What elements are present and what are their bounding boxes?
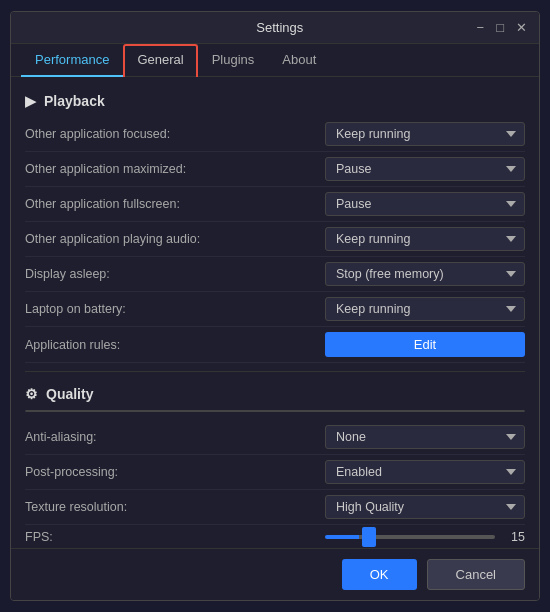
label-texture-resolution: Texture resolution: [25, 500, 325, 514]
dropdown-display-asleep[interactable]: Keep running Pause Stop (free memory) [325, 262, 525, 286]
quality-title: Quality [46, 386, 93, 402]
dropdown-other-app-maximized[interactable]: Keep running Pause Stop (free memory) [325, 157, 525, 181]
dropdown-anti-aliasing[interactable]: None FXAA MSAA [325, 425, 525, 449]
window-title: Settings [83, 20, 477, 35]
control-application-rules: Edit [325, 332, 525, 357]
playback-section-header: ▶ Playback [25, 93, 525, 109]
playback-icon: ▶ [25, 93, 36, 109]
dropdown-other-app-fullscreen[interactable]: Keep running Pause Stop (free memory) [325, 192, 525, 216]
quality-tab-bar: Low Medium High Ultra [25, 410, 525, 412]
control-anti-aliasing: None FXAA MSAA [325, 425, 525, 449]
minimize-button[interactable]: − [477, 20, 485, 35]
row-texture-resolution: Texture resolution: Low Medium High Qual… [25, 490, 525, 525]
fps-value: 15 [505, 530, 525, 544]
quality-tab-high[interactable]: High [275, 411, 400, 412]
row-post-processing: Post-processing: Enabled Disabled [25, 455, 525, 490]
playback-title: Playback [44, 93, 105, 109]
tab-plugins[interactable]: Plugins [198, 44, 269, 77]
label-other-app-maximized: Other application maximized: [25, 162, 325, 176]
section-divider [25, 371, 525, 372]
maximize-button[interactable]: □ [496, 20, 504, 35]
close-button[interactable]: ✕ [516, 20, 527, 35]
dialog-footer: OK Cancel [11, 548, 539, 600]
row-application-rules: Application rules: Edit [25, 327, 525, 363]
row-laptop-battery: Laptop on battery: Keep running Pause St… [25, 292, 525, 327]
row-fps: FPS: 15 [25, 525, 525, 548]
dropdown-other-app-audio[interactable]: Keep running Pause Stop (free memory) [325, 227, 525, 251]
row-anti-aliasing: Anti-aliasing: None FXAA MSAA [25, 420, 525, 455]
titlebar: Settings − □ ✕ [11, 12, 539, 44]
label-other-app-focused: Other application focused: [25, 127, 325, 141]
row-other-app-maximized: Other application maximized: Keep runnin… [25, 152, 525, 187]
settings-window: Settings − □ ✕ Performance General Plugi… [10, 11, 540, 601]
row-other-app-audio: Other application playing audio: Keep ru… [25, 222, 525, 257]
label-display-asleep: Display asleep: [25, 267, 325, 281]
window-controls: − □ ✕ [477, 20, 527, 35]
control-laptop-battery: Keep running Pause Stop (free memory) [325, 297, 525, 321]
control-other-app-focused: Keep running Pause Stop (free memory) [325, 122, 525, 146]
edit-button[interactable]: Edit [325, 332, 525, 357]
content-area: ▶ Playback Other application focused: Ke… [11, 77, 539, 548]
tab-bar: Performance General Plugins About [11, 44, 539, 77]
control-texture-resolution: Low Medium High Quality Ultra [325, 495, 525, 519]
control-post-processing: Enabled Disabled [325, 460, 525, 484]
quality-tab-medium[interactable]: Medium [151, 411, 276, 412]
dropdown-laptop-battery[interactable]: Keep running Pause Stop (free memory) [325, 297, 525, 321]
ok-button[interactable]: OK [342, 559, 417, 590]
label-anti-aliasing: Anti-aliasing: [25, 430, 325, 444]
quality-tab-ultra[interactable]: Ultra [400, 411, 525, 412]
control-display-asleep: Keep running Pause Stop (free memory) [325, 262, 525, 286]
dropdown-other-app-focused[interactable]: Keep running Pause Stop (free memory) [325, 122, 525, 146]
label-other-app-audio: Other application playing audio: [25, 232, 325, 246]
control-other-app-audio: Keep running Pause Stop (free memory) [325, 227, 525, 251]
quality-section-header: ⚙ Quality [25, 386, 525, 402]
row-other-app-focused: Other application focused: Keep running … [25, 117, 525, 152]
row-other-app-fullscreen: Other application fullscreen: Keep runni… [25, 187, 525, 222]
cancel-button[interactable]: Cancel [427, 559, 525, 590]
dropdown-texture-resolution[interactable]: Low Medium High Quality Ultra [325, 495, 525, 519]
tab-about[interactable]: About [268, 44, 330, 77]
control-other-app-fullscreen: Keep running Pause Stop (free memory) [325, 192, 525, 216]
label-other-app-fullscreen: Other application fullscreen: [25, 197, 325, 211]
fps-slider[interactable] [325, 535, 495, 539]
control-fps: 15 [325, 530, 525, 544]
label-fps: FPS: [25, 530, 325, 544]
quality-tab-low[interactable]: Low [26, 411, 151, 412]
label-post-processing: Post-processing: [25, 465, 325, 479]
label-application-rules: Application rules: [25, 338, 325, 352]
dropdown-post-processing[interactable]: Enabled Disabled [325, 460, 525, 484]
row-display-asleep: Display asleep: Keep running Pause Stop … [25, 257, 525, 292]
quality-icon: ⚙ [25, 386, 38, 402]
label-laptop-battery: Laptop on battery: [25, 302, 325, 316]
tab-performance[interactable]: Performance [21, 44, 123, 77]
tab-general[interactable]: General [123, 44, 197, 77]
control-other-app-maximized: Keep running Pause Stop (free memory) [325, 157, 525, 181]
